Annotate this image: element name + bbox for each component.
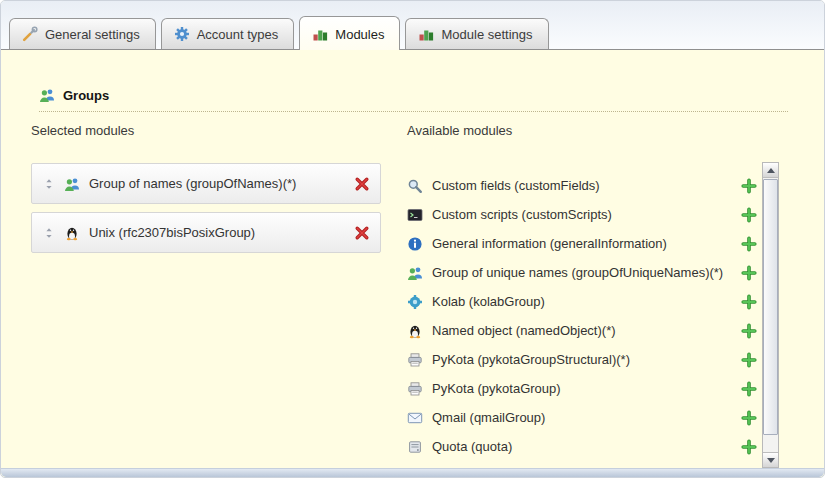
tab-modules[interactable]: Modules xyxy=(299,16,400,50)
tab-label: General settings xyxy=(45,27,140,42)
selected-module-label: Group of names (groupOfNames)(*) xyxy=(89,176,345,191)
section-heading: Groups xyxy=(39,87,788,112)
kolab-icon xyxy=(407,294,423,310)
add-icon[interactable] xyxy=(741,265,757,281)
drag-handle-icon[interactable] xyxy=(43,178,55,190)
available-module-row: Custom scripts (customScripts) xyxy=(407,200,759,229)
drag-handle-icon[interactable] xyxy=(43,227,55,239)
available-module-label: General information (generalInformation) xyxy=(432,237,732,251)
mail-icon xyxy=(407,410,423,426)
available-module-row: PyKota (pykotaGroupStructural)(*) xyxy=(407,345,759,374)
add-icon[interactable] xyxy=(741,178,757,194)
available-modules-list: Custom fields (customFields) Custom scri… xyxy=(407,171,759,461)
available-module-row: PyKota (pykotaGroup) xyxy=(407,374,759,403)
available-module-row: Qmail (qmailGroup) xyxy=(407,403,759,432)
quota-icon xyxy=(407,439,423,455)
selected-modules-list: Group of names (groupOfNames)(*) Unix (r… xyxy=(31,163,381,261)
tools-icon xyxy=(22,26,38,42)
available-module-row: Quota (quota) xyxy=(407,432,759,461)
available-module-label: Group of unique names (groupOfUniqueName… xyxy=(432,266,732,280)
scrollbar-thumb[interactable] xyxy=(763,179,778,435)
tab-general-settings[interactable]: General settings xyxy=(9,18,156,49)
bottom-band xyxy=(1,468,824,477)
terminal-icon xyxy=(407,207,423,223)
available-module-label: PyKota (pykotaGroup) xyxy=(432,382,732,396)
available-module-label: Custom scripts (customScripts) xyxy=(432,208,732,222)
delete-icon[interactable] xyxy=(354,225,370,241)
blocks-icon xyxy=(418,26,434,42)
add-icon[interactable] xyxy=(741,323,757,339)
tux-icon xyxy=(64,225,80,241)
scroll-down-button[interactable] xyxy=(763,452,778,467)
available-module-label: Custom fields (customFields) xyxy=(432,179,732,193)
scroll-down-icon xyxy=(767,458,775,463)
selected-module-label: Unix (rfc2307bisPosixGroup) xyxy=(89,225,345,240)
group-icon xyxy=(39,87,55,103)
add-icon[interactable] xyxy=(741,236,757,252)
available-module-label: Quota (quota) xyxy=(432,440,732,454)
tab-module-settings[interactable]: Module settings xyxy=(405,18,548,49)
available-modules-label: Available modules xyxy=(407,123,512,138)
printer-icon xyxy=(407,381,423,397)
group-icon xyxy=(407,265,423,281)
gears-icon xyxy=(174,26,190,42)
add-icon[interactable] xyxy=(741,207,757,223)
tux-icon xyxy=(407,323,423,339)
add-icon[interactable] xyxy=(741,352,757,368)
selected-module-row: Unix (rfc2307bisPosixGroup) xyxy=(31,212,381,253)
add-icon[interactable] xyxy=(741,410,757,426)
available-module-row: Group of unique names (groupOfUniqueName… xyxy=(407,258,759,287)
available-module-row: Kolab (kolabGroup) xyxy=(407,287,759,316)
available-modules-scrollbar[interactable] xyxy=(762,162,779,468)
available-module-label: Named object (namedObject)(*) xyxy=(432,324,732,338)
available-module-row: General information (generalInformation) xyxy=(407,229,759,258)
selected-module-row: Group of names (groupOfNames)(*) xyxy=(31,163,381,204)
tab-account-types[interactable]: Account types xyxy=(161,18,295,49)
blocks-icon xyxy=(312,26,328,42)
available-module-row: Custom fields (customFields) xyxy=(407,171,759,200)
available-module-label: Kolab (kolabGroup) xyxy=(432,295,732,309)
printer-icon xyxy=(407,352,423,368)
tab-label: Account types xyxy=(197,27,279,42)
section-title: Groups xyxy=(63,88,109,103)
available-module-label: PyKota (pykotaGroupStructural)(*) xyxy=(432,353,732,367)
lam-configuration-page: General settings Account types Modules M… xyxy=(0,0,825,478)
tab-label: Modules xyxy=(335,27,384,42)
scroll-up-button[interactable] xyxy=(763,163,778,178)
delete-icon[interactable] xyxy=(354,176,370,192)
info-icon xyxy=(407,236,423,252)
tab-label: Module settings xyxy=(441,27,532,42)
add-icon[interactable] xyxy=(741,294,757,310)
add-icon[interactable] xyxy=(741,381,757,397)
selected-modules-label: Selected modules xyxy=(31,123,134,138)
available-module-row: Named object (namedObject)(*) xyxy=(407,316,759,345)
available-module-label: Qmail (qmailGroup) xyxy=(432,411,732,425)
tab-bar: General settings Account types Modules M… xyxy=(1,1,824,50)
scroll-up-icon xyxy=(767,168,775,173)
magnifier-icon xyxy=(407,178,423,194)
group-icon xyxy=(64,176,80,192)
add-icon[interactable] xyxy=(741,439,757,455)
